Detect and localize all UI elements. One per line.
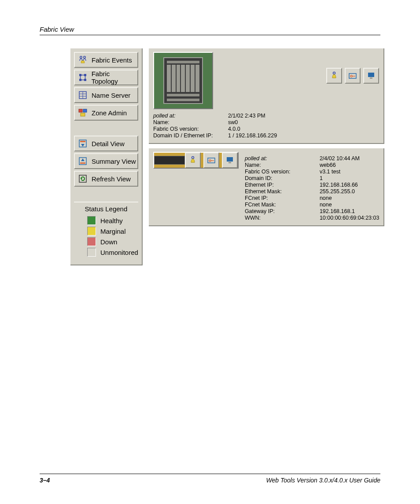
summary-view-button[interactable]: Summary View xyxy=(74,153,138,169)
svg-marker-24 xyxy=(81,178,82,180)
rack-icon xyxy=(154,156,185,165)
device-thumbnail[interactable] xyxy=(153,52,213,109)
monitor-icon xyxy=(367,71,376,80)
footer-rule xyxy=(40,474,380,474)
legend-down: Down xyxy=(74,236,138,247)
info-value: 4.0.0 xyxy=(228,126,379,132)
button-label: Detail View xyxy=(92,140,125,147)
detail-view-button[interactable]: Detail View xyxy=(74,136,138,151)
svg-rect-23 xyxy=(79,175,86,182)
svg-point-31 xyxy=(192,157,194,159)
button-label: Fabric Events xyxy=(92,56,132,64)
info-value: 1 / 192.168.166.229 xyxy=(228,132,379,139)
page-number: 3–4 xyxy=(40,477,50,484)
svg-rect-18 xyxy=(80,141,85,142)
telnet-button[interactable] xyxy=(222,152,238,168)
svg-point-25 xyxy=(333,72,335,74)
swatch-grey xyxy=(87,248,96,257)
device-panel-web66: polled at:2/4/02 10:44 AM Name:web66 Fab… xyxy=(149,148,385,226)
svg-rect-14 xyxy=(79,109,82,112)
folder-key-icon xyxy=(207,156,216,165)
legend-label: Unmonitored xyxy=(100,249,138,256)
svg-marker-19 xyxy=(81,144,85,147)
legend-label: Marginal xyxy=(100,228,126,235)
info-value: 1 xyxy=(320,175,379,181)
device-thumbnail[interactable] xyxy=(153,152,239,169)
fabric-events-button[interactable]: Fabric Events xyxy=(74,52,138,68)
zone-icon xyxy=(77,107,88,118)
admin-button[interactable] xyxy=(345,68,361,84)
legend-unmonitored: Unmonitored xyxy=(74,247,138,258)
info-label: Domain ID / Ethernet IP: xyxy=(153,132,228,139)
guide-title: Web Tools Version 3.0.x/4.0.x User Guide xyxy=(266,477,380,484)
swatch-yellow xyxy=(87,227,96,235)
info-value: v3.1 test xyxy=(320,169,379,175)
svg-rect-2 xyxy=(79,74,81,76)
svg-rect-15 xyxy=(83,109,87,112)
device-panel-sw0: polled at:2/1/02 2:43 PM Name:sw0 Fabric… xyxy=(149,48,385,144)
admin-button[interactable] xyxy=(203,152,219,168)
svg-rect-29 xyxy=(368,73,374,77)
device-info-grid: polled at:2/4/02 10:44 AM Name:web66 Fab… xyxy=(245,155,379,221)
zone-admin-button[interactable]: Zone Admin xyxy=(74,105,138,121)
bell-people-icon xyxy=(77,55,88,65)
swatch-green xyxy=(87,216,96,225)
svg-rect-22 xyxy=(80,162,85,164)
button-label: Zone Admin xyxy=(92,109,127,117)
svg-rect-16 xyxy=(81,113,85,116)
svg-rect-5 xyxy=(84,79,86,81)
info-value: web66 xyxy=(320,162,379,168)
events-button[interactable] xyxy=(326,68,342,84)
button-label: Fabric Topology xyxy=(92,70,137,85)
control-group-1: Fabric Events Fabric Topology Name Serve… xyxy=(74,52,138,121)
info-value: 2/1/02 2:43 PM xyxy=(228,113,379,119)
svg-point-1 xyxy=(84,56,86,59)
bell-icon xyxy=(188,156,197,165)
info-label: Domain ID: xyxy=(245,175,320,181)
device-info-grid: polled at:2/1/02 2:43 PM Name:sw0 Fabric… xyxy=(153,113,379,139)
topology-icon xyxy=(77,72,88,83)
svg-rect-4 xyxy=(79,79,81,81)
device-action-icons xyxy=(326,52,379,84)
fabric-topology-button[interactable]: Fabric Topology xyxy=(74,70,138,85)
monitor-icon xyxy=(225,156,234,165)
info-value: 2/4/02 10:44 AM xyxy=(320,155,379,162)
info-label: Name: xyxy=(245,162,320,168)
refresh-icon xyxy=(77,173,88,184)
control-group-2: Detail View Summary View Refresh View xyxy=(74,136,138,187)
figure-3-3: Fabric Events Fabric Topology Name Serve… xyxy=(70,48,380,265)
folder-key-icon xyxy=(348,71,357,80)
svg-rect-3 xyxy=(84,74,86,76)
svg-rect-30 xyxy=(370,77,372,79)
info-label: Gateway IP: xyxy=(245,208,320,214)
svg-rect-36 xyxy=(228,162,231,163)
header-rule xyxy=(40,35,380,35)
telnet-button[interactable] xyxy=(363,68,379,84)
page-footer: 3–4 Web Tools Version 3.0.x/4.0.x User G… xyxy=(40,474,380,484)
name-server-button[interactable]: Name Server xyxy=(74,87,138,103)
info-value: 192.168.168.1 xyxy=(320,208,379,214)
swatch-red xyxy=(87,237,96,246)
info-value: 255.255.255.0 xyxy=(320,188,379,195)
info-value: none xyxy=(320,202,379,208)
control-panel: Fabric Events Fabric Topology Name Serve… xyxy=(70,48,143,265)
svg-point-33 xyxy=(209,160,211,162)
info-value: sw0 xyxy=(228,119,379,125)
events-button[interactable] xyxy=(185,152,201,168)
info-label: polled at: xyxy=(245,155,320,162)
summary-up-icon xyxy=(77,156,88,166)
refresh-view-button[interactable]: Refresh View xyxy=(74,171,138,187)
running-head: Fabric View xyxy=(40,26,380,33)
legend-label: Down xyxy=(100,238,117,246)
detail-down-icon xyxy=(77,138,88,149)
info-label: polled at: xyxy=(153,113,228,119)
svg-point-0 xyxy=(80,56,82,59)
info-label: Fabric OS version: xyxy=(245,169,320,175)
legend-marginal: Marginal xyxy=(74,226,138,236)
status-legend: Status Legend Healthy Marginal Down Unmo… xyxy=(74,202,138,258)
info-value: none xyxy=(320,195,379,201)
legend-label: Healthy xyxy=(100,217,123,224)
info-value: 10:00:00:60:69:04:23:03 xyxy=(320,215,379,221)
info-label: WWN: xyxy=(245,215,320,221)
info-value: 192.168.168.66 xyxy=(320,182,379,188)
